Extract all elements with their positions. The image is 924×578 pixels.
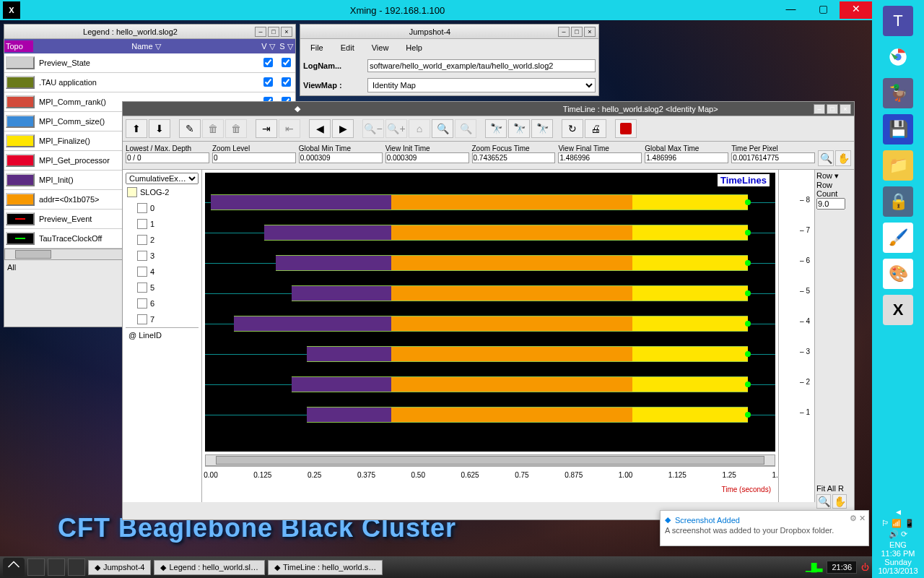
prev-button[interactable]: ◀ (309, 119, 331, 138)
legend-s-checkbox[interactable] (282, 77, 291, 87)
tree-item[interactable]: 3 (126, 248, 199, 264)
tree-item[interactable]: 1 (126, 216, 199, 232)
jumpshot-titlebar[interactable]: Jumpshot-4 – □ × (300, 25, 598, 39)
legend-col-s[interactable]: S ▽ (277, 42, 295, 51)
logname-input[interactable] (367, 59, 596, 72)
legend-col-v[interactable]: V ▽ (259, 42, 277, 51)
process-bar[interactable] (307, 407, 748, 423)
tree-item[interactable]: 0 (126, 200, 199, 216)
cyberduck-icon[interactable]: 🦆 (883, 78, 913, 108)
tree-item[interactable]: 7 (126, 311, 199, 327)
find-next-button[interactable]: 🔭 (531, 119, 553, 138)
edit-button[interactable]: ✎ (179, 119, 201, 138)
zoom2-button[interactable]: 🔍 (455, 119, 476, 138)
tree-item[interactable]: 2 (126, 232, 199, 248)
timeline-max-button[interactable]: □ (827, 104, 838, 114)
hand-icon[interactable]: ✋ (832, 494, 847, 509)
file-assoc-icon[interactable]: T (883, 6, 913, 36)
delete2-button[interactable]: 🗑 (225, 119, 247, 138)
tree-item[interactable]: 5 (126, 280, 199, 296)
readout-value[interactable] (126, 152, 209, 163)
jumpshot-max-button[interactable]: □ (571, 27, 583, 37)
chrome-icon[interactable] (883, 42, 913, 72)
viewmap-select[interactable]: Identity Map (367, 78, 596, 92)
zoomout-button[interactable]: 🔍− (362, 119, 384, 138)
menu-file[interactable]: File (303, 42, 331, 53)
zoom-button[interactable]: 🔍 (432, 119, 453, 138)
tray-clock[interactable]: 21:36 (827, 561, 857, 574)
tray-lang[interactable]: ENG (872, 540, 924, 549)
readout-value[interactable] (731, 152, 815, 163)
timeline-titlebar[interactable]: ◆ TimeLine : hello_world.slog2 <Identity… (123, 102, 854, 116)
legend-v-checkbox[interactable] (263, 77, 273, 87)
timeline-close-button[interactable]: × (840, 104, 851, 114)
fitall-label[interactable]: Fit All R (816, 484, 853, 493)
task-jumpshot[interactable]: ◆Jumpshot-4 (88, 560, 151, 575)
tree-item[interactable]: 6 (126, 296, 199, 311)
next-button[interactable]: ▶ (332, 119, 354, 138)
menu-view[interactable]: View (365, 42, 396, 53)
process-bar[interactable] (292, 285, 748, 301)
readout-value[interactable] (558, 152, 642, 163)
minimize-button[interactable]: — (775, 1, 807, 19)
task-legend[interactable]: ◆Legend : hello_world.sl… (154, 560, 265, 575)
zoomin-button[interactable]: 🔍+ (385, 119, 407, 138)
goto-start-button[interactable]: ⇥ (256, 119, 277, 138)
legend-col-name[interactable]: Name ▽ (33, 42, 259, 51)
start-button[interactable] (3, 558, 25, 577)
workspace-button[interactable] (48, 558, 65, 576)
tree-root[interactable]: SLOG-2 (126, 184, 199, 200)
tray-logout-icon[interactable]: ⏻ (861, 563, 869, 571)
legend-min-button[interactable]: – (255, 27, 266, 37)
print-button[interactable]: 🖨 (585, 119, 606, 138)
floppy-icon[interactable]: 💾 (883, 114, 913, 144)
process-bar[interactable] (264, 225, 747, 241)
menu-help[interactable]: Help (398, 42, 430, 53)
readout-value[interactable] (472, 152, 556, 163)
tray-time[interactable]: 11:36 PM (872, 549, 924, 558)
process-bar[interactable] (211, 194, 748, 210)
rowcount-input[interactable] (816, 198, 845, 210)
hand-icon[interactable]: ✋ (835, 150, 851, 166)
legend-row[interactable]: Preview_State (4, 53, 295, 73)
readout-value[interactable] (299, 152, 383, 163)
timeline-canvas[interactable]: TimeLines (205, 173, 775, 452)
legend-s-checkbox[interactable] (282, 58, 291, 67)
dropbox-notification[interactable]: ◆Screenshot Added A screenshot was added… (660, 510, 869, 546)
screen-record-icon[interactable]: 🔒 (883, 186, 913, 217)
home-button[interactable]: ⌂ (409, 119, 430, 138)
legend-row[interactable]: .TAU application (4, 73, 295, 92)
readout-value[interactable] (645, 152, 728, 163)
cpu-monitor-icon[interactable]: ▁█▃ (806, 563, 823, 572)
jumpshot-min-button[interactable]: – (558, 27, 570, 37)
tree-mode-select[interactable]: CumulativeEx… (126, 173, 199, 184)
legend-v-checkbox[interactable] (263, 58, 273, 67)
task-timeline[interactable]: ◆TimeLine : hello_world.s… (268, 560, 383, 575)
timeline-ruler[interactable]: – 8– 7– 6– 5– 4– 3– 2– 1 (778, 170, 814, 502)
xming-app-icon[interactable]: X (883, 295, 913, 325)
zoom-icon[interactable]: 🔍 (816, 494, 831, 509)
find-button[interactable]: 🔭 (508, 119, 530, 138)
readout-value[interactable] (212, 152, 296, 163)
show-desktop-button[interactable] (27, 558, 45, 576)
legend-titlebar[interactable]: Legend : hello_world.slog2 – □ × (4, 25, 295, 39)
up-button[interactable]: ⬆ (126, 119, 147, 138)
explorer-icon[interactable]: 📁 (883, 150, 913, 181)
delete-button[interactable]: 🗑 (202, 119, 224, 138)
refresh-button[interactable]: ↻ (562, 119, 583, 138)
menu-edit[interactable]: Edit (334, 42, 362, 53)
canvas-hscroll[interactable] (205, 454, 775, 466)
goto-end-button[interactable]: ⇤ (279, 119, 300, 138)
timeline-min-button[interactable]: – (814, 104, 825, 114)
search-icon[interactable]: 🔍 (818, 150, 834, 166)
pager-button[interactable] (68, 558, 85, 576)
jumpshot-close-button[interactable]: × (584, 27, 596, 37)
paint-icon[interactable]: 🖌️ (883, 223, 913, 253)
close-button[interactable]: ✕ (840, 1, 872, 19)
tree-item[interactable]: 4 (126, 264, 199, 280)
paint-brush-icon[interactable]: 🎨 (883, 259, 913, 289)
process-bar[interactable] (234, 316, 748, 332)
process-bar[interactable] (292, 376, 748, 392)
maximize-button[interactable]: ▢ (807, 1, 840, 19)
find-prev-button[interactable]: 🔭 (485, 119, 507, 138)
